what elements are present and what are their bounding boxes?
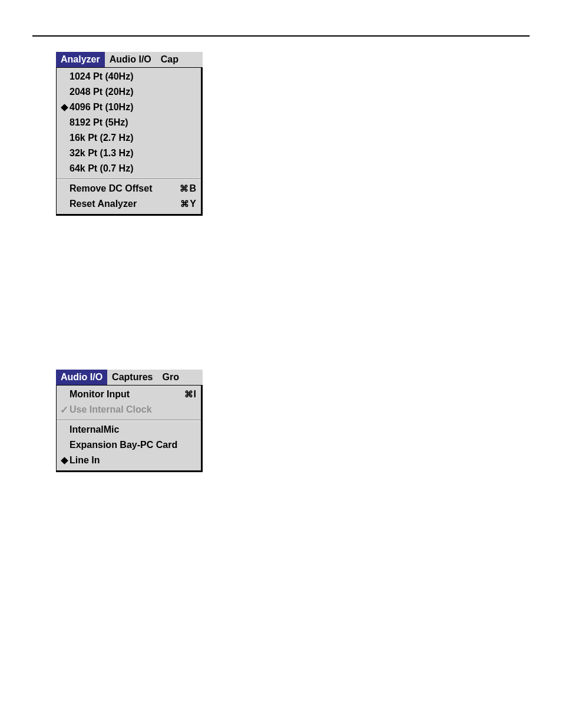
menu-item-remove-dc-offset[interactable]: Remove DC Offset ⌘ B [57, 181, 201, 196]
menubar-item-captures[interactable]: Captures [107, 370, 157, 385]
menu-label: Use Internal Clock [70, 404, 196, 415]
menu-item-1024pt[interactable]: 1024 Pt (40Hz) [57, 69, 201, 84]
menubar-item-analyzer[interactable]: Analyzer [56, 52, 105, 67]
menu-item-monitor-input[interactable]: Monitor Input ⌘ I [57, 387, 201, 402]
menu-label: 16k Pt (2.7 Hz) [70, 133, 196, 143]
menu-label: Reset Analyzer [70, 199, 180, 209]
audio-input-section: InternalMic Expansion Bay-PC Card Line I… [57, 421, 201, 470]
page-divider [32, 35, 530, 37]
analyzer-menu-block: Analyzer Audio I/O Cap 1024 Pt (40Hz) 20… [56, 52, 203, 216]
menu-item-64kpt[interactable]: 64k Pt (0.7 Hz) [57, 161, 201, 176]
audio-dropdown: Monitor Input ⌘ I ✓ Use Internal Clock I… [56, 385, 203, 472]
shortcut-key: I [194, 389, 196, 400]
menubar-item-captures-truncated[interactable]: Cap [156, 52, 183, 67]
menu-item-expansion-bay[interactable]: Expansion Bay-PC Card [57, 437, 201, 453]
menu-label: 32k Pt (1.3 Hz) [70, 148, 196, 159]
menubar-item-audio-io[interactable]: Audio I/O [56, 370, 107, 385]
menu-item-2048pt[interactable]: 2048 Pt (20Hz) [57, 84, 201, 100]
menu-item-use-internal-clock: ✓ Use Internal Clock [57, 402, 201, 417]
menu-label: Expansion Bay-PC Card [70, 440, 196, 450]
shortcut-key: B [189, 183, 196, 194]
menu-label: 2048 Pt (20Hz) [70, 87, 196, 97]
menubar-audio: Audio I/O Captures Gro [56, 370, 203, 385]
menu-item-8192pt[interactable]: 8192 Pt (5Hz) [57, 115, 201, 130]
analyzer-dropdown: 1024 Pt (40Hz) 2048 Pt (20Hz) 4096 Pt (1… [56, 67, 203, 216]
menubar-item-groups-truncated[interactable]: Gro [157, 370, 183, 385]
audio-settings-section: Monitor Input ⌘ I ✓ Use Internal Clock [57, 386, 201, 420]
menu-item-internal-mic[interactable]: InternalMic [57, 422, 201, 437]
shortcut: ⌘ I [184, 389, 196, 400]
command-icon: ⌘ [180, 183, 189, 194]
command-icon: ⌘ [180, 199, 189, 209]
menubar-item-audio-io[interactable]: Audio I/O [105, 52, 156, 67]
menu-label: 8192 Pt (5Hz) [70, 117, 196, 128]
shortcut-key: Y [190, 199, 196, 209]
menu-item-line-in[interactable]: Line In [57, 453, 201, 468]
menu-label: Monitor Input [70, 389, 184, 400]
shortcut: ⌘ Y [180, 199, 196, 209]
analyzer-actions-section: Remove DC Offset ⌘ B Reset Analyzer ⌘ Y [57, 180, 201, 214]
menu-item-16kpt[interactable]: 16k Pt (2.7 Hz) [57, 130, 201, 146]
shortcut: ⌘ B [180, 183, 196, 194]
check-icon: ✓ [59, 405, 70, 415]
menu-label: 64k Pt (0.7 Hz) [70, 163, 196, 174]
menu-label: 1024 Pt (40Hz) [70, 71, 196, 82]
menu-item-32kpt[interactable]: 32k Pt (1.3 Hz) [57, 146, 201, 161]
menu-label: Line In [70, 455, 196, 466]
menu-label: 4096 Pt (10Hz) [70, 102, 196, 113]
menu-label: InternalMic [70, 424, 196, 435]
menu-item-4096pt[interactable]: 4096 Pt (10Hz) [57, 100, 201, 115]
command-icon: ⌘ [184, 389, 193, 400]
diamond-icon [59, 105, 70, 110]
diamond-icon [59, 458, 70, 463]
analyzer-resolution-section: 1024 Pt (40Hz) 2048 Pt (20Hz) 4096 Pt (1… [57, 68, 201, 179]
menubar-analyzer: Analyzer Audio I/O Cap [56, 52, 203, 67]
audio-io-menu-block: Audio I/O Captures Gro Monitor Input ⌘ I… [56, 370, 203, 472]
menu-label: Remove DC Offset [70, 183, 180, 194]
menu-item-reset-analyzer[interactable]: Reset Analyzer ⌘ Y [57, 196, 201, 212]
